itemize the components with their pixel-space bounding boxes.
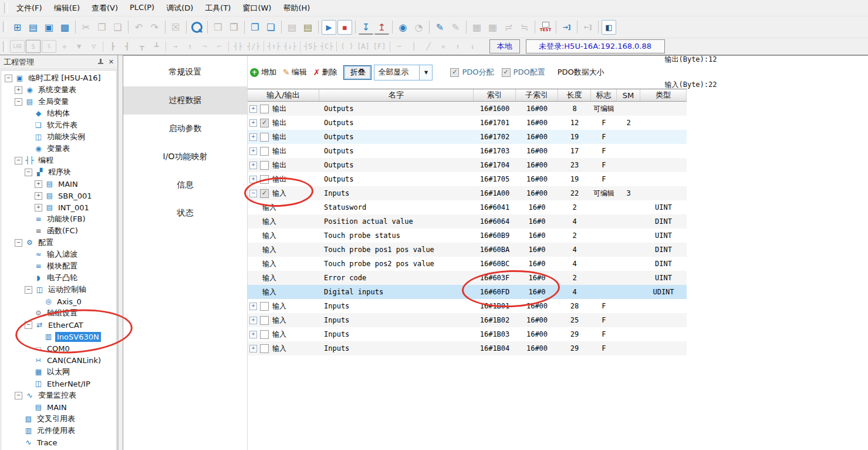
tree-item-[interactable]: ▦以太网 bbox=[1, 366, 116, 378]
tree-item-main[interactable]: ▤MAIN bbox=[1, 401, 116, 413]
menu-item-d[interactable]: 调试(D) bbox=[160, 1, 199, 15]
row-checkbox[interactable] bbox=[260, 161, 269, 170]
tree-item-[interactable]: ≡模块配置 bbox=[1, 260, 116, 272]
matrix-delete-icon[interactable]: ▦ bbox=[485, 20, 500, 35]
table-row-161B04[interactable]: +输入Inputs16#1B0416#0029F bbox=[248, 341, 687, 355]
panel-splitter[interactable] bbox=[118, 55, 123, 450]
menu-item-w[interactable]: 窗口(W) bbox=[237, 1, 277, 15]
ladder-tool-[interactable]: ⌐ bbox=[212, 41, 226, 52]
local-mode-button[interactable]: 本地 bbox=[489, 39, 520, 53]
row-checkbox[interactable]: ✓ bbox=[260, 119, 269, 127]
cut-icon[interactable]: ✂ bbox=[79, 20, 93, 35]
tree-item-inosv630n[interactable]: ▥InoSV630N bbox=[1, 331, 116, 342]
ladder-tool-C[interactable]: ┤C├ bbox=[319, 41, 335, 52]
column-header-7[interactable]: 类型 bbox=[640, 89, 687, 101]
tab-[interactable]: 常规设置 bbox=[123, 58, 247, 86]
table-row-161703[interactable]: +输出Outputs16#170316#0017F bbox=[248, 144, 687, 158]
copy-icon[interactable]: ❐ bbox=[94, 20, 109, 35]
tab-[interactable]: 启动参数 bbox=[123, 115, 247, 143]
table-row-161701[interactable]: +✓输出Outputs16#170116#0012F2 bbox=[248, 116, 687, 130]
row-checkbox[interactable] bbox=[260, 302, 269, 311]
row-checkbox[interactable] bbox=[260, 344, 269, 353]
tree-item-h5ua16[interactable]: −▣临时工程 [H5U-A16] bbox=[1, 72, 116, 84]
device-test-icon[interactable]: TEST bbox=[538, 20, 553, 35]
ladder-tool-[interactable]: ✳ bbox=[437, 41, 450, 52]
ladder-tool-[interactable]: ¬ bbox=[198, 41, 211, 52]
new-file-icon[interactable]: ⊞ bbox=[10, 20, 25, 35]
column-header-4[interactable]: 长度 bbox=[558, 89, 591, 101]
column-header-2[interactable]: 索引 bbox=[474, 89, 516, 101]
collapse-node-icon[interactable]: − bbox=[25, 169, 32, 176]
menu-item-v[interactable]: 查看(V) bbox=[86, 1, 124, 15]
print-icon[interactable]: ❒ bbox=[227, 20, 241, 35]
delete-row-icon[interactable]: ≒ bbox=[517, 20, 532, 35]
expand-node-icon[interactable]: + bbox=[35, 192, 42, 200]
table-row-161704[interactable]: +输出Outputs16#170416#0023F bbox=[248, 158, 687, 172]
ladder-tool-[interactable]: → bbox=[168, 41, 182, 52]
trace-timer-icon[interactable]: ◔ bbox=[411, 20, 426, 35]
ladder-tool-[interactable]: ┳ bbox=[135, 41, 148, 52]
print-preview-icon[interactable]: ❒ bbox=[211, 20, 225, 35]
ladder-tool-[interactable]: ─ bbox=[393, 41, 406, 52]
ladder-tool-[interactable]: ┫ bbox=[120, 41, 134, 52]
expand-node-icon[interactable]: + bbox=[35, 204, 42, 211]
expand-row-icon[interactable]: + bbox=[249, 303, 257, 310]
collapse-node-icon[interactable]: − bbox=[15, 98, 22, 106]
table-row-16603F[interactable]: 输入Error code16#603F16#02UINT bbox=[248, 271, 687, 285]
ladder-tool-[interactable]: ┻ bbox=[150, 41, 163, 52]
tree-item-fc[interactable]: ≡函数(FC) bbox=[1, 225, 116, 237]
tree-item-[interactable]: ◗电子凸轮 bbox=[1, 272, 116, 284]
modify-edit-icon[interactable]: ✎ bbox=[448, 20, 463, 35]
edit-button[interactable]: ✎ 编辑 bbox=[283, 67, 307, 78]
tree-item-[interactable]: −▞程序块 bbox=[1, 166, 116, 178]
collapse-node-icon[interactable]: − bbox=[25, 286, 32, 294]
collapse-node-icon[interactable]: − bbox=[15, 239, 22, 247]
undo-icon[interactable]: ↶ bbox=[131, 20, 146, 35]
run-icon[interactable]: ▶ bbox=[322, 20, 336, 35]
row-checkbox[interactable]: ✓ bbox=[260, 189, 269, 198]
table-row-1660B9[interactable]: 输入Touch probe status16#60B916#02UINT bbox=[248, 229, 687, 243]
row-checkbox[interactable] bbox=[260, 105, 269, 113]
table-row-166064[interactable]: 输入Position actual value16#606416#04DINT bbox=[248, 214, 687, 229]
tree-item-sbr001[interactable]: +▤SBR_001 bbox=[1, 190, 116, 202]
panel-view-icon[interactable]: ◧ bbox=[602, 20, 616, 35]
matrix-compile-icon[interactable]: ▦ bbox=[470, 20, 484, 35]
export-window-icon[interactable]: ❏ bbox=[264, 20, 278, 35]
collapse-node-icon[interactable]: − bbox=[15, 157, 22, 164]
tree-item-[interactable]: +◉系统变量表 bbox=[1, 84, 116, 96]
expand-row-icon[interactable]: + bbox=[249, 176, 257, 183]
menu-item-h[interactable]: 帮助(H) bbox=[277, 1, 316, 15]
upload-from-plc-icon[interactable]: ↥ bbox=[374, 21, 389, 35]
delete-button[interactable]: ✗ 删除 bbox=[313, 67, 337, 78]
ladder-tool-[interactable]: ┤↑├ bbox=[266, 41, 282, 52]
tab-[interactable]: 过程数据 bbox=[123, 86, 247, 115]
stop-icon[interactable]: ▪ bbox=[337, 20, 352, 35]
ladder-tool-F[interactable]: [F] bbox=[372, 41, 387, 52]
collapse-node-icon[interactable]: − bbox=[5, 75, 12, 82]
row-checkbox[interactable] bbox=[260, 175, 269, 184]
tree-item-trace[interactable]: ∿Trace bbox=[1, 436, 116, 448]
tree-item-[interactable]: ≈输入滤波 bbox=[1, 248, 116, 260]
tree-item-axis0[interactable]: ◎Axis_0 bbox=[1, 295, 116, 307]
ladder-tool-A[interactable]: [A] bbox=[356, 41, 371, 52]
document-check-icon[interactable]: ▤ bbox=[285, 20, 299, 35]
ladder-tool-[interactable]: ↑ bbox=[451, 41, 465, 52]
tree-item-[interactable]: ⚙轴组设置 bbox=[1, 307, 116, 319]
expand-row-icon[interactable]: + bbox=[249, 345, 257, 352]
expand-row-icon[interactable]: + bbox=[249, 105, 257, 113]
close-icon[interactable]: ✕ bbox=[109, 58, 114, 66]
ladder-tool-[interactable]: ▼ bbox=[72, 41, 86, 52]
add-button[interactable]: + 增加 bbox=[250, 67, 276, 78]
column-header-3[interactable]: 子索引 bbox=[516, 89, 558, 101]
tree-item-[interactable]: −▤全局变量 bbox=[1, 96, 116, 108]
table-row-161A00[interactable]: −✓输入Inputs16#1A0016#0022可编辑3 bbox=[248, 186, 687, 200]
redo-icon[interactable]: ↷ bbox=[147, 20, 162, 35]
menu-item-e[interactable]: 编辑(E) bbox=[48, 1, 86, 15]
ladder-tool-[interactable]: ╱ bbox=[422, 41, 435, 52]
tree-item-[interactable]: −┤├编程 bbox=[1, 155, 116, 166]
menu-item-f[interactable]: 文件(F) bbox=[11, 1, 48, 15]
menu-item-plcp[interactable]: PLC(P) bbox=[124, 1, 160, 15]
table-row-161B02[interactable]: +输入Inputs16#1B0216#0025F bbox=[248, 313, 687, 327]
search-icon[interactable] bbox=[190, 20, 204, 35]
collapse-button[interactable]: 折叠 bbox=[343, 65, 371, 80]
